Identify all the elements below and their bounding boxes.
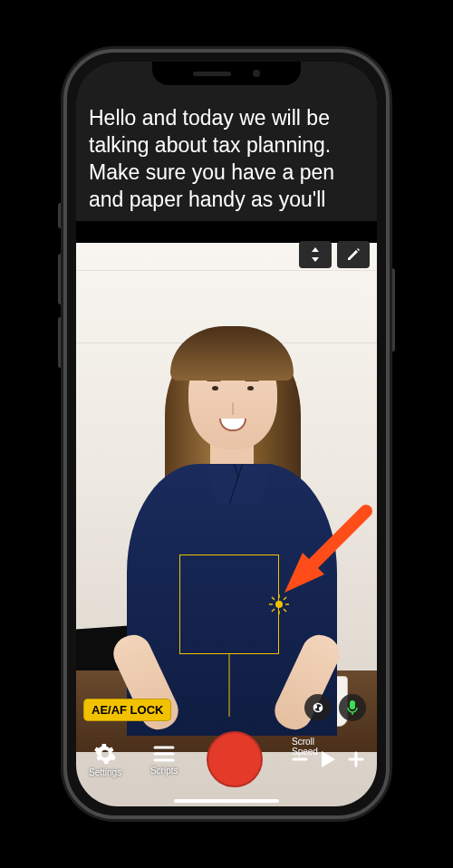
menu-icon [152, 744, 176, 764]
svg-marker-0 [312, 247, 319, 252]
power-button [390, 268, 395, 352]
wall-line [76, 270, 377, 271]
camera-swap-icon [310, 699, 326, 716]
scripts-button[interactable]: Scripts [150, 744, 178, 776]
pencil-icon [346, 247, 361, 262]
phone-frame: Hello and today we will be talking about… [63, 49, 390, 819]
microphone-icon [346, 699, 359, 716]
focus-reticle[interactable] [179, 555, 279, 654]
annotation-arrow-icon [272, 497, 377, 605]
gear-icon [93, 742, 117, 766]
svg-line-8 [284, 609, 286, 612]
earpiece-icon [193, 72, 231, 76]
exposure-slider[interactable] [229, 653, 230, 717]
camera-swap-button[interactable] [304, 694, 332, 721]
svg-rect-16 [350, 700, 355, 709]
svg-point-14 [313, 705, 317, 709]
scripts-label: Scripts [150, 766, 178, 776]
plus-icon[interactable] [348, 751, 364, 767]
screen: Hello and today we will be talking about… [76, 62, 377, 806]
edit-script-button[interactable] [337, 241, 370, 268]
camera-viewfinder[interactable]: AE/AF LOCK [76, 243, 377, 806]
notch [152, 62, 301, 85]
scroll-speed-group: Scroll Speed [292, 749, 364, 769]
settings-button[interactable]: Settings [89, 742, 121, 777]
front-camera-icon [253, 70, 260, 77]
scroll-toggle-button[interactable] [299, 241, 332, 268]
scroll-speed-label: Scroll Speed [292, 737, 333, 757]
aeaf-lock-badge: AE/AF LOCK [83, 699, 171, 721]
svg-line-9 [272, 609, 275, 612]
microphone-button[interactable] [339, 694, 366, 721]
settings-label: Settings [89, 767, 121, 777]
svg-marker-1 [312, 257, 319, 262]
teleprompter-text[interactable]: Hello and today we will be talking about… [76, 96, 377, 221]
subject-bangs [170, 326, 294, 381]
svg-point-15 [319, 707, 323, 710]
bottom-toolbar: Settings Scripts [76, 723, 377, 796]
script-controls [299, 241, 370, 268]
scroll-updown-icon [310, 247, 321, 262]
home-indicator[interactable] [174, 799, 279, 803]
record-button[interactable] [207, 731, 263, 787]
